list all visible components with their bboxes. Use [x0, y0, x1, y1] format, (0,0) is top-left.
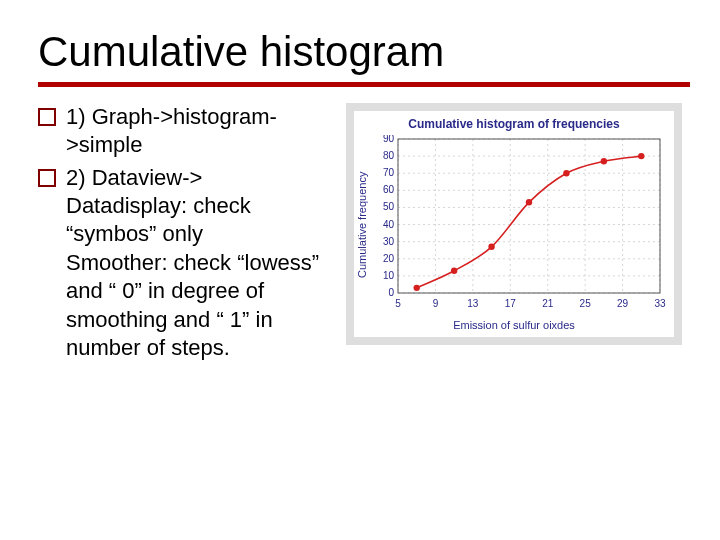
chart-title: Cumulative histogram of frequencies	[354, 111, 674, 135]
svg-point-38	[451, 268, 457, 274]
bullet-2: 2) Dataview->	[66, 164, 202, 192]
svg-text:9: 9	[433, 298, 439, 309]
svg-text:21: 21	[542, 298, 554, 309]
svg-text:50: 50	[383, 201, 395, 212]
svg-rect-36	[398, 139, 660, 293]
bullet-list: 1) Graph->histogram->simple 2) Dataview-…	[38, 103, 338, 369]
svg-text:40: 40	[383, 219, 395, 230]
svg-text:60: 60	[383, 184, 395, 195]
bullet-1: 1) Graph->histogram->simple	[66, 103, 338, 158]
svg-point-41	[563, 170, 569, 176]
bullet-2-sub-2: Smoother: check “lowess” and “ 0” in deg…	[66, 249, 338, 363]
y-axis-label: Cumulative frequency	[354, 135, 370, 315]
svg-text:10: 10	[383, 270, 395, 281]
title-underline	[38, 82, 690, 87]
bullet-2-sub-1: Datadisplay: check “symbos” only	[66, 192, 338, 249]
x-axis-label: Emission of sulfur oixdes	[354, 315, 674, 337]
svg-text:90: 90	[383, 135, 395, 144]
svg-text:0: 0	[388, 287, 394, 298]
svg-text:30: 30	[383, 236, 395, 247]
chart-panel: Cumulative histogram of frequencies Cumu…	[346, 103, 682, 345]
svg-point-43	[638, 153, 644, 159]
svg-point-40	[526, 199, 532, 205]
svg-point-39	[488, 244, 494, 250]
svg-text:20: 20	[383, 253, 395, 264]
svg-text:70: 70	[383, 167, 395, 178]
svg-text:17: 17	[505, 298, 517, 309]
svg-text:13: 13	[467, 298, 479, 309]
bullet-square-icon	[38, 169, 56, 187]
page-title: Cumulative histogram	[38, 28, 690, 76]
svg-point-37	[414, 285, 420, 291]
chart-plot-area: 010203040506070809059131721252933	[370, 135, 666, 315]
svg-text:5: 5	[395, 298, 401, 309]
svg-text:33: 33	[654, 298, 666, 309]
bullet-square-icon	[38, 108, 56, 126]
svg-point-42	[601, 158, 607, 164]
svg-text:80: 80	[383, 150, 395, 161]
svg-text:29: 29	[617, 298, 629, 309]
svg-text:25: 25	[580, 298, 592, 309]
